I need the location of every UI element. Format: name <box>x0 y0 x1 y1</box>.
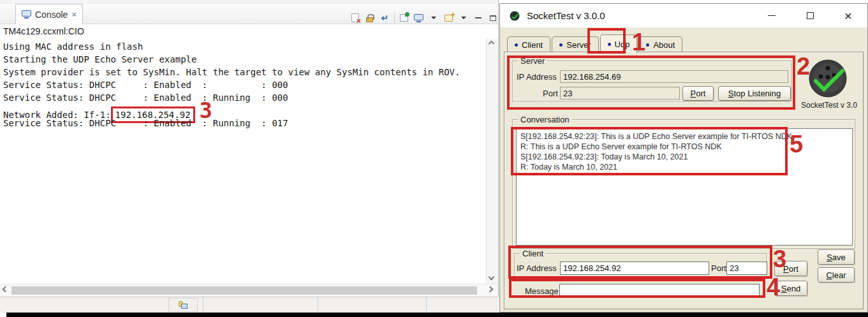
console-target-label: TM4c129.ccxml:CIO <box>3 26 84 36</box>
client-port-button[interactable]: Port <box>774 261 807 276</box>
maximize-view-button[interactable] <box>488 11 499 25</box>
status-divider <box>203 297 203 313</box>
button-label: Send <box>781 284 800 293</box>
minimize-icon <box>768 15 776 17</box>
minimize-view-button[interactable] <box>473 11 483 25</box>
scroll-lock-icon <box>366 17 373 22</box>
display-console-dropdown[interactable] <box>428 11 439 25</box>
open-console-icon <box>445 15 453 22</box>
close-icon <box>844 9 852 22</box>
pin-console-button[interactable] <box>399 11 409 25</box>
console-vertical-scrollbar[interactable] <box>486 38 498 284</box>
sockettest-tabs: Client Server Udp About <box>507 34 684 52</box>
send-button[interactable]: Send <box>774 281 807 296</box>
conversation-line: S[192.168.254.92:23]: Today is March 10,… <box>520 152 852 162</box>
close-button[interactable] <box>829 4 867 27</box>
clear-console-icon <box>351 13 359 22</box>
status-activity-cell[interactable] <box>168 298 198 312</box>
open-console-button[interactable] <box>443 11 454 25</box>
tab-server[interactable]: Server <box>552 36 598 52</box>
server-port-field[interactable] <box>560 87 680 100</box>
sockettest-window: SocketTest v 3.0.0 Client Server Udp Abo… <box>499 3 868 313</box>
scroll-left-icon[interactable] <box>3 286 9 293</box>
stop-listening-button[interactable]: Stop Listening <box>718 86 791 101</box>
scroll-up-icon[interactable] <box>489 41 495 47</box>
maximize-button[interactable] <box>791 4 829 27</box>
tab-dot-icon <box>515 43 518 47</box>
minimize-icon <box>475 17 482 18</box>
word-wrap-button[interactable] <box>379 11 390 25</box>
console-line-network: Network Added: If-1:192.168.254.923 <box>3 104 486 117</box>
tab-udp[interactable]: Udp <box>600 34 638 53</box>
console-output: Using MAC address in flash Starting the … <box>0 38 486 284</box>
conversation-log[interactable]: S[192.168.254.92:23]: This is a UDP Echo… <box>516 128 853 246</box>
scrollbar-thumb[interactable] <box>11 286 477 295</box>
conversation-group-label: Conversation <box>518 115 572 124</box>
status-divider <box>426 297 427 313</box>
tab-dot-icon <box>646 43 649 47</box>
open-console-dropdown[interactable] <box>458 11 469 25</box>
console-toolbar <box>349 8 499 28</box>
console-line: System provider is set to SysMin. Halt t… <box>3 66 486 78</box>
console-line: Service Status: DHCPC : Enabled : Runnin… <box>3 117 486 129</box>
console-horizontal-scrollbar[interactable] <box>0 284 498 297</box>
client-port-label: Port <box>711 263 726 273</box>
sockettest-logo <box>808 59 848 99</box>
conversation-line: R: This is a UDP Echo Server example for… <box>520 142 852 152</box>
eclipse-status-bar <box>0 297 499 313</box>
client-ip-field[interactable] <box>560 262 709 275</box>
scroll-down-icon[interactable] <box>489 274 495 281</box>
taskbar-edge <box>6 313 868 317</box>
display-console-button[interactable] <box>413 11 424 25</box>
server-ip-label: IP Address <box>517 72 557 82</box>
tab-label: Server <box>566 40 591 50</box>
tab-close-icon[interactable] <box>71 10 77 18</box>
display-console-icon <box>414 14 423 22</box>
title-bar: SocketTest v 3.0.0 <box>500 4 867 27</box>
message-input[interactable] <box>559 284 760 297</box>
button-label: Clear <box>826 270 846 280</box>
minimize-button[interactable] <box>753 4 791 27</box>
console-line: Starting the UDP Echo Server example <box>3 53 486 66</box>
clear-button[interactable]: Clear <box>818 267 855 283</box>
tab-dot-icon <box>559 43 563 47</box>
app-icon <box>510 11 520 21</box>
client-ip-label: IP Address <box>517 263 557 273</box>
conversation-line: R: Today is March 10, 2021 <box>520 162 852 172</box>
server-group: Server IP Address Port Port Stop Listeni… <box>512 61 791 101</box>
scroll-right-icon[interactable] <box>487 286 494 293</box>
message-label: Message <box>525 286 559 296</box>
clear-console-button[interactable] <box>349 11 360 25</box>
window-controls <box>753 4 867 27</box>
console-icon <box>22 10 31 18</box>
word-wrap-icon <box>381 13 388 23</box>
tab-about[interactable]: About <box>638 36 682 52</box>
tab-dot-icon <box>608 43 611 46</box>
chevron-down-icon <box>431 17 436 19</box>
tab-label: Udp <box>615 40 630 49</box>
tab-client[interactable]: Client <box>507 36 550 52</box>
conversation-group: Conversation S[192.168.254.92:23]: This … <box>512 119 855 249</box>
maximize-icon <box>490 15 496 21</box>
button-label: Save <box>827 253 846 262</box>
console-view-tabbar: Console <box>0 4 498 24</box>
tab-label: Client <box>522 40 543 50</box>
maximize-icon <box>807 12 814 19</box>
console-tab-label: Console <box>35 10 68 20</box>
server-port-button[interactable]: Port <box>682 86 714 101</box>
scroll-lock-button[interactable] <box>364 11 375 25</box>
client-group-label: Client <box>520 249 546 258</box>
status-activity-icon <box>179 301 188 309</box>
tab-console[interactable]: Console <box>15 4 83 24</box>
save-button[interactable]: Save <box>818 249 855 265</box>
window-title: SocketTest v 3.0.0 <box>527 10 605 21</box>
toolbar-separator <box>394 12 395 24</box>
server-group-label: Server <box>518 56 547 66</box>
client-port-field[interactable] <box>726 262 767 275</box>
server-ip-field[interactable] <box>560 70 788 83</box>
eclipse-console-window: Console TM4c129.ccxml:CIO Using MAC addr… <box>0 0 499 313</box>
logo-caption: SocketTest v 3.0 <box>799 101 859 110</box>
status-divider <box>318 297 318 313</box>
console-line: Service Status: DHCPC : Enabled : : 000 <box>3 78 486 91</box>
server-port-label: Port <box>543 89 558 98</box>
